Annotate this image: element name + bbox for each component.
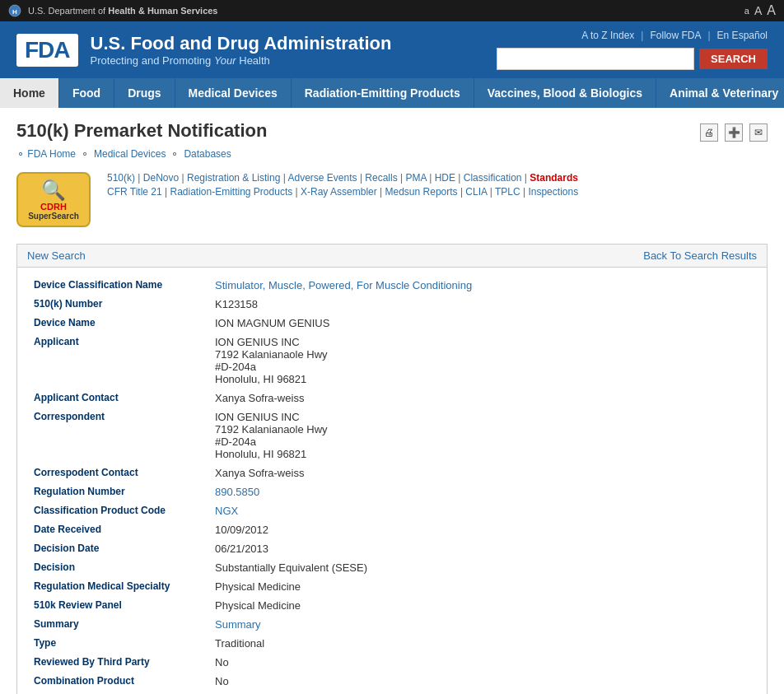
email-icon[interactable]: ✉ [749,123,768,142]
nav-home[interactable]: Home [0,78,59,108]
cdrh-link-medsun[interactable]: Medsun Reports [385,186,458,198]
combination-label: Combination Product [34,675,215,687]
supersearch-label: SuperSearch [28,212,79,221]
search-button[interactable]: SEARCH [699,49,768,69]
applicant-contact-label: Applicant Contact [34,392,215,404]
regulation-number-link[interactable]: 890.5850 [215,486,259,498]
cdrh-link-hde[interactable]: HDE [435,172,455,184]
date-received-value: 10/09/2012 [215,524,750,536]
third-party-row: Reviewed By Third Party No [34,653,750,672]
print-icon[interactable]: 🖨 [700,123,718,142]
en-espanol-link[interactable]: En Español [717,30,768,41]
classification-name-row: Device Classification Name Stimulator, M… [34,276,750,295]
device-name-row: Device Name ION MAGNUM GENIUS [34,314,750,333]
new-search-link[interactable]: New Search [27,249,86,262]
classification-name-link[interactable]: Stimulator, Muscle, Powered, For Muscle … [215,279,472,291]
classification-code-link[interactable]: NGX [215,505,238,517]
correspondent-contact-label: Correspodent Contact [34,467,215,479]
nav-radiation[interactable]: Radiation-Emitting Products [292,78,474,108]
bookmark-icon[interactable]: ➕ [725,123,743,142]
follow-fda-link[interactable]: Follow FDA [650,30,701,41]
data-container: New Search Back To Search Results Device… [16,244,768,694]
breadcrumb-medical-devices[interactable]: Medical Devices [94,148,166,160]
cdrh-link-classification[interactable]: Classification [464,172,522,184]
summary-link[interactable]: Summary [215,618,261,631]
correspondent-value: ION GENIUS INC 7192 Kalanianaole Hwy #D-… [215,411,750,460]
applicant-contact-value: Xanya Sofra-weiss [215,392,750,404]
type-label: Type [34,637,215,650]
cdrh-label: CDRH [40,202,67,212]
header-title: U.S. Food and Drug Administration Protec… [91,33,392,67]
classification-name-label: Device Classification Name [34,279,215,291]
main-nav: Home Food Drugs Medical Devices Radiatio… [0,78,784,108]
cdrh-link-rad-products[interactable]: Radiation-Emitting Products [170,186,292,198]
cdrh-link-pma[interactable]: PMA [406,172,427,184]
correspondent-row: Correspondent ION GENIUS INC 7192 Kalani… [34,408,750,463]
cdrh-link-xray[interactable]: X-Ray Assembler [301,186,377,198]
correspondent-label: Correspondent [34,411,215,460]
a-to-z-link[interactable]: A to Z Index [581,30,634,41]
cdrh-row1: 510(k) | DeNovo | Registration & Listing… [107,172,578,184]
header: FDA U.S. Food and Drug Administration Pr… [0,21,784,78]
divider1: | [641,30,643,41]
breadcrumb-fda-home[interactable]: ⚬ FDA Home [16,148,76,160]
correspondent-contact-row: Correspodent Contact Xanya Sofra-weiss [34,463,750,482]
divider2: | [707,30,710,41]
agency-text: U.S. Department of Health & Human Servic… [28,6,218,16]
page-content: 510(k) Premarket Notification 🖨 ➕ ✉ ⚬ FD… [0,108,784,694]
decision-label: Decision [34,561,215,574]
font-medium-btn[interactable]: A [754,4,762,17]
applicant-contact-row: Applicant Contact Xanya Sofra-weiss [34,389,750,408]
font-small-btn[interactable]: a [744,6,749,16]
cdrh-row2: CFR Title 21 | Radiation-Emitting Produc… [107,186,578,198]
search-input[interactable] [497,48,694,70]
summary-label: Summary [34,618,215,631]
k-number-row: 510(k) Number K123158 [34,295,750,314]
action-icons: 🖨 ➕ ✉ [700,123,768,142]
font-large-btn[interactable]: A [767,3,776,18]
decision-value: Substantially Equivalent (SESE) [215,561,750,574]
k-number-label: 510(k) Number [34,298,215,310]
review-panel-label: 510k Review Panel [34,599,215,612]
cdrh-link-denovo[interactable]: DeNovo [143,172,179,184]
summary-value: Summary [215,618,750,631]
search-bar: SEARCH [497,48,768,70]
regulation-number-value: 890.5850 [215,486,750,498]
decision-date-label: Decision Date [34,543,215,555]
classification-code-label: Classification Product Code [34,505,215,517]
breadcrumb-databases[interactable]: Databases [184,148,231,160]
cdrh-link-adverse[interactable]: Adverse Events [288,172,357,184]
cdrh-link-clia[interactable]: CLIA [465,186,487,198]
breadcrumb: ⚬ FDA Home ⚬ Medical Devices ⚬ Databases [16,148,768,160]
cdrh-links: 510(k) | DeNovo | Registration & Listing… [107,172,578,200]
cdrh-link-standards[interactable]: Standards [530,172,578,184]
nav-animal[interactable]: Animal & Veterinary [656,78,784,108]
nav-drugs[interactable]: Drugs [114,78,175,108]
classification-code-row: Classification Product Code NGX [34,501,750,520]
decision-date-row: Decision Date 06/21/2013 [34,539,750,558]
header-links: A to Z Index | Follow FDA | En Español [581,30,768,41]
cdrh-link-registration[interactable]: Registration & Listing [187,172,280,184]
regulation-medical-row: Regulation Medical Specialty Physical Me… [34,577,750,596]
header-left: FDA U.S. Food and Drug Administration Pr… [16,33,391,67]
cdrh-logo-icon: 🔍 [41,179,66,202]
top-bar: H U.S. Department of Health & Human Serv… [0,0,784,21]
back-to-results-link[interactable]: Back To Search Results [643,249,757,262]
device-name-value: ION MAGNUM GENIUS [215,317,750,329]
regulation-number-label: Regulation Number [34,486,215,498]
cdrh-section: 🔍 CDRH SuperSearch 510(k) | DeNovo | Reg… [16,172,768,227]
regulation-medical-value: Physical Medicine [215,580,750,593]
third-party-value: No [215,656,750,668]
page-title: 510(k) Premarket Notification [16,120,768,142]
nav-vaccines[interactable]: Vaccines, Blood & Biologics [474,78,656,108]
cdrh-link-inspections[interactable]: Inspections [528,186,578,198]
cdrh-link-cfr21[interactable]: CFR Title 21 [107,186,162,198]
cdrh-link-510k[interactable]: 510(k) [107,172,135,184]
cdrh-link-recalls[interactable]: Recalls [365,172,397,184]
decision-row: Decision Substantially Equivalent (SESE) [34,558,750,577]
summary-row: Summary Summary [34,615,750,634]
cdrh-link-tplc[interactable]: TPLC [495,186,520,198]
date-received-row: Date Received 10/09/2012 [34,520,750,539]
nav-medical-devices[interactable]: Medical Devices [175,78,292,108]
nav-food[interactable]: Food [59,78,114,108]
